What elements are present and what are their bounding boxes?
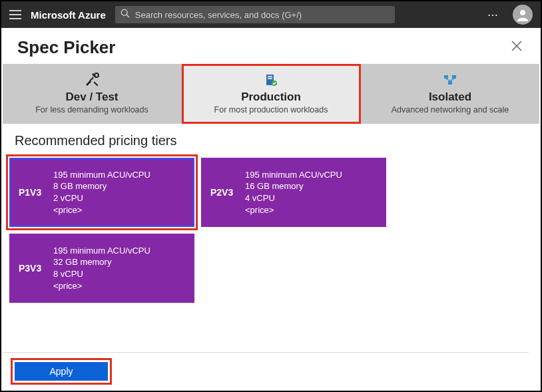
svg-line-4 [127, 15, 129, 17]
tier-price: <price> [245, 204, 342, 216]
footer-bar: Apply [3, 352, 529, 389]
tab-production[interactable]: Production For most production workloads [182, 64, 361, 124]
svg-rect-12 [268, 76, 272, 77]
svg-rect-17 [448, 81, 452, 85]
tier-memory: 8 GB memory [53, 180, 150, 192]
tab-subtitle: For most production workloads [187, 105, 355, 114]
search-input[interactable] [135, 10, 390, 20]
tier-specs: 195 minimum ACU/vCPU 32 GB memory 8 vCPU… [53, 245, 150, 292]
tools-icon [8, 72, 176, 88]
content-scroll[interactable]: Dev / Test For less demanding workloads … [3, 64, 539, 389]
tier-card-p2v3[interactable]: P2V3 195 minimum ACU/vCPU 16 GB memory 4… [201, 158, 386, 227]
svg-rect-15 [444, 75, 448, 79]
network-icon [366, 72, 534, 88]
tier-memory: 32 GB memory [53, 256, 150, 268]
tier-name: P3V3 [19, 263, 53, 274]
tab-title: Isolated [366, 91, 534, 104]
app-frame: Microsoft Azure ⋯ Spec Picker Dev / Te [0, 0, 542, 392]
tier-card-p1v3[interactable]: P1V3 195 minimum ACU/vCPU 8 GB memory 2 … [9, 158, 194, 227]
svg-rect-16 [452, 75, 456, 79]
tier-name: P2V3 [210, 187, 245, 198]
svg-rect-8 [89, 77, 94, 81]
recommended-section: Recommended pricing tiers [3, 124, 539, 158]
tier-specs: 195 minimum ACU/vCPU 8 GB memory 2 vCPU … [53, 169, 150, 216]
tab-isolated[interactable]: Isolated Advanced networking and scale [361, 64, 539, 124]
tier-acu: 195 minimum ACU/vCPU [53, 169, 150, 181]
page-header: Spec Picker [1, 28, 541, 65]
menu-icon[interactable] [9, 10, 21, 19]
user-avatar[interactable] [513, 5, 533, 25]
tab-dev-test[interactable]: Dev / Test For less demanding workloads [3, 64, 182, 124]
apply-wrap: Apply [15, 362, 108, 381]
tab-title: Production [187, 91, 355, 104]
tier-memory: 16 GB memory [245, 180, 342, 192]
tab-title: Dev / Test [8, 91, 176, 104]
tier-card-p3v3[interactable]: P3V3 195 minimum ACU/vCPU 32 GB memory 8… [9, 234, 194, 303]
tier-name: P1V3 [19, 187, 53, 198]
global-search[interactable] [115, 6, 395, 23]
tab-subtitle: For less demanding workloads [8, 105, 176, 114]
svg-point-5 [520, 10, 525, 15]
close-icon[interactable] [509, 38, 525, 57]
svg-rect-10 [93, 81, 98, 86]
tier-cards: P1V3 195 minimum ACU/vCPU 8 GB memory 2 … [3, 158, 539, 316]
tier-vcpu: 4 vCPU [245, 192, 342, 204]
tier-price: <price> [53, 280, 150, 292]
tier-price: <price> [53, 204, 150, 216]
brand-label: Microsoft Azure [31, 9, 106, 21]
tier-specs: 195 minimum ACU/vCPU 16 GB memory 4 vCPU… [245, 169, 342, 216]
more-icon[interactable]: ⋯ [483, 9, 503, 21]
workload-tabs: Dev / Test For less demanding workloads … [3, 64, 539, 124]
apply-button[interactable]: Apply [15, 362, 108, 381]
search-icon [121, 9, 130, 21]
tier-vcpu: 8 vCPU [53, 268, 150, 280]
tier-vcpu: 2 vCPU [53, 192, 150, 204]
server-icon [187, 72, 355, 88]
tab-subtitle: Advanced networking and scale [366, 105, 534, 114]
svg-point-9 [95, 73, 99, 77]
tier-acu: 195 minimum ACU/vCPU [245, 169, 342, 181]
global-header: Microsoft Azure ⋯ [1, 1, 541, 28]
page-title: Spec Picker [17, 37, 115, 58]
svg-rect-13 [268, 78, 272, 79]
section-title: Recommended pricing tiers [15, 133, 527, 148]
tier-acu: 195 minimum ACU/vCPU [53, 245, 150, 257]
svg-point-3 [121, 9, 127, 15]
